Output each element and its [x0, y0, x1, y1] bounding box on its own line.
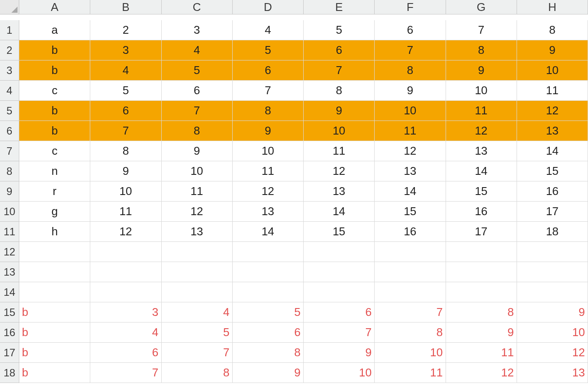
- cell-E6[interactable]: 10: [304, 121, 375, 141]
- cell-C17[interactable]: 7: [162, 343, 233, 363]
- cell-G15[interactable]: 8: [446, 302, 517, 323]
- cell-F5[interactable]: 10: [375, 101, 446, 121]
- cell-G9[interactable]: 15: [446, 181, 517, 202]
- cell-E3[interactable]: 7: [304, 60, 375, 81]
- col-header-E[interactable]: E: [304, 0, 375, 14]
- row-header-1[interactable]: 1: [0, 20, 19, 40]
- cell-D7[interactable]: 10: [233, 141, 304, 161]
- cell-H14[interactable]: [517, 282, 588, 302]
- col-header-H[interactable]: H: [517, 0, 588, 14]
- cell-F6[interactable]: 11: [375, 121, 446, 141]
- cell-C7[interactable]: 9: [162, 141, 233, 161]
- cell-H5[interactable]: 12: [517, 101, 588, 121]
- cell-E17[interactable]: 9: [304, 343, 375, 363]
- cell-C18[interactable]: 8: [162, 363, 233, 383]
- cell-H18[interactable]: 13: [517, 363, 588, 383]
- cell-G13[interactable]: [446, 262, 517, 282]
- row-header-13[interactable]: 13: [0, 262, 19, 282]
- cell-H15[interactable]: 9: [517, 302, 588, 323]
- cell-B5[interactable]: 6: [90, 101, 161, 121]
- row-header-4[interactable]: 4: [0, 81, 19, 101]
- cell-A12[interactable]: [19, 242, 90, 262]
- col-header-B[interactable]: B: [90, 0, 161, 14]
- cell-G10[interactable]: 16: [446, 202, 517, 222]
- cell-E18[interactable]: 10: [304, 363, 375, 383]
- cell-H13[interactable]: [517, 262, 588, 282]
- cell-D3[interactable]: 6: [233, 60, 304, 81]
- cell-B7[interactable]: 8: [90, 141, 161, 161]
- cell-B15[interactable]: 3: [90, 302, 161, 323]
- cell-H4[interactable]: 11: [517, 81, 588, 101]
- cell-G11[interactable]: 17: [446, 222, 517, 242]
- cell-E5[interactable]: 9: [304, 101, 375, 121]
- cell-F9[interactable]: 14: [375, 181, 446, 202]
- cell-D10[interactable]: 13: [233, 202, 304, 222]
- cell-F11[interactable]: 16: [375, 222, 446, 242]
- cell-C2[interactable]: 4: [162, 40, 233, 60]
- cell-D12[interactable]: [233, 242, 304, 262]
- cell-A10[interactable]: g: [19, 202, 90, 222]
- cell-D13[interactable]: [233, 262, 304, 282]
- cell-B4[interactable]: 5: [90, 81, 161, 101]
- cell-H17[interactable]: 12: [517, 343, 588, 363]
- cell-B9[interactable]: 10: [90, 181, 161, 202]
- cell-E14[interactable]: [304, 282, 375, 302]
- cell-G14[interactable]: [446, 282, 517, 302]
- col-header-D[interactable]: D: [233, 0, 304, 14]
- cell-B17[interactable]: 6: [90, 343, 161, 363]
- cell-G7[interactable]: 13: [446, 141, 517, 161]
- cell-C4[interactable]: 6: [162, 81, 233, 101]
- cell-D11[interactable]: 14: [233, 222, 304, 242]
- row-header-16[interactable]: 16: [0, 323, 19, 343]
- cell-B18[interactable]: 7: [90, 363, 161, 383]
- cell-G8[interactable]: 14: [446, 161, 517, 181]
- cell-A1[interactable]: a: [19, 20, 90, 40]
- cell-B8[interactable]: 9: [90, 161, 161, 181]
- cell-H16[interactable]: 10: [517, 323, 588, 343]
- cell-F17[interactable]: 10: [375, 343, 446, 363]
- row-header-10[interactable]: 10: [0, 202, 19, 222]
- cell-H8[interactable]: 15: [517, 161, 588, 181]
- cell-F4[interactable]: 9: [375, 81, 446, 101]
- cell-C6[interactable]: 8: [162, 121, 233, 141]
- cell-D1[interactable]: 4: [233, 20, 304, 40]
- cell-G2[interactable]: 8: [446, 40, 517, 60]
- col-header-A[interactable]: A: [19, 0, 90, 14]
- cell-D16[interactable]: 6: [233, 323, 304, 343]
- cell-H9[interactable]: 16: [517, 181, 588, 202]
- cell-B3[interactable]: 4: [90, 60, 161, 81]
- row-header-5[interactable]: 5: [0, 101, 19, 121]
- cell-D9[interactable]: 12: [233, 181, 304, 202]
- cell-C16[interactable]: 5: [162, 323, 233, 343]
- row-header-14[interactable]: 14: [0, 282, 19, 302]
- row-header-3[interactable]: 3: [0, 60, 19, 81]
- cell-H1[interactable]: 8: [517, 20, 588, 40]
- cell-H3[interactable]: 10: [517, 60, 588, 81]
- col-header-F[interactable]: F: [375, 0, 446, 14]
- row-header-11[interactable]: 11: [0, 222, 19, 242]
- cell-D2[interactable]: 5: [233, 40, 304, 60]
- cell-G4[interactable]: 10: [446, 81, 517, 101]
- cell-H10[interactable]: 17: [517, 202, 588, 222]
- cell-A13[interactable]: [19, 262, 90, 282]
- cell-G18[interactable]: 12: [446, 363, 517, 383]
- row-header-17[interactable]: 17: [0, 343, 19, 363]
- cell-A4[interactable]: c: [19, 81, 90, 101]
- spreadsheet-grid[interactable]: A B C D E F G H 1a23456782b34567893b4567…: [0, 0, 588, 383]
- cell-F16[interactable]: 8: [375, 323, 446, 343]
- cell-C8[interactable]: 10: [162, 161, 233, 181]
- cell-A14[interactable]: [19, 282, 90, 302]
- cell-G5[interactable]: 11: [446, 101, 517, 121]
- cell-G3[interactable]: 9: [446, 60, 517, 81]
- cell-A15[interactable]: b: [19, 302, 90, 323]
- cell-G16[interactable]: 9: [446, 323, 517, 343]
- cell-D8[interactable]: 11: [233, 161, 304, 181]
- cell-G1[interactable]: 7: [446, 20, 517, 40]
- cell-E13[interactable]: [304, 262, 375, 282]
- cell-C10[interactable]: 12: [162, 202, 233, 222]
- select-all-corner[interactable]: [0, 0, 19, 14]
- row-header-18[interactable]: 18: [0, 363, 19, 383]
- cell-C12[interactable]: [162, 242, 233, 262]
- row-header-6[interactable]: 6: [0, 121, 19, 141]
- cell-A5[interactable]: b: [19, 101, 90, 121]
